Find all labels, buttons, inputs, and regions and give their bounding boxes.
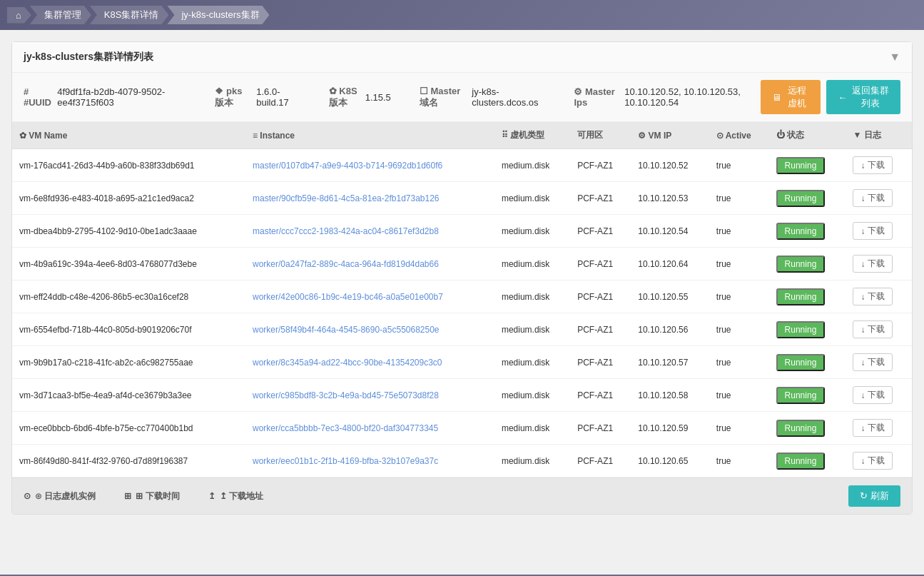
cell-instance[interactable]: worker/0a247fa2-889c-4aca-964a-fd819d4da… — [245, 248, 494, 281]
cell-vm-type: medium.disk — [494, 445, 570, 478]
cell-az: PCF-AZ1 — [570, 379, 631, 412]
footer-bar: ⊙ ⊙ 日志虚机实例 ⊞ ⊞ 下载时间 ↥ ↥ 下载地址 ↻ 刷新 — [12, 478, 912, 514]
cell-vm-name: vm-dbea4bb9-2795-4102-9d10-0be1adc3aaae — [12, 215, 245, 248]
cell-instance[interactable]: master/0107db47-a9e9-4403-b714-9692db1d6… — [245, 149, 494, 182]
table-row: vm-86f49d80-841f-4f32-9760-d7d89f196387 … — [12, 445, 912, 478]
cell-instance[interactable]: worker/42e00c86-1b9c-4e19-bc46-a0a5e01e0… — [245, 281, 494, 313]
cell-active: true — [709, 346, 769, 379]
cell-log: ↓ 下载 — [846, 281, 912, 313]
cell-instance[interactable]: worker/eec01b1c-2f1b-4169-bfba-32b107e9a… — [245, 445, 494, 478]
table-row: vm-4b9a619c-394a-4ee6-8d03-4768077d3ebe … — [12, 248, 912, 281]
cell-instance[interactable]: worker/58f49b4f-464a-4545-8690-a5c550682… — [245, 313, 494, 346]
uuid-value: 4f9df1fa-b2db-4079-9502-ee4f3715f603 — [57, 86, 186, 108]
cell-log: ↓ 下载 — [846, 412, 912, 445]
cell-vm-ip: 10.10.120.56 — [631, 313, 709, 346]
col-header-status: ⏻ 状态 — [769, 122, 846, 149]
cell-log: ↓ 下载 — [846, 149, 912, 182]
cell-log: ↓ 下载 — [846, 346, 912, 379]
breadcrumb-home[interactable]: ⌂ — [7, 7, 31, 24]
breadcrumb-cluster-mgmt[interactable]: 集群管理 — [30, 6, 91, 24]
panel-collapse-icon[interactable]: ▼ — [889, 51, 900, 64]
download-log-button[interactable]: ↓ 下载 — [853, 452, 893, 470]
download-log-button[interactable]: ↓ 下载 — [853, 189, 893, 207]
download-icon: ↓ — [860, 259, 865, 269]
download-log-button[interactable]: ↓ 下载 — [853, 386, 893, 404]
k8s-value: 1.15.5 — [365, 92, 391, 103]
table-body: vm-176acd41-26d3-44b9-a60b-838f33db69d1 … — [12, 149, 912, 478]
cell-vm-name: vm-eff24ddb-c48e-4206-86b5-ec30a16cef28 — [12, 281, 245, 313]
main-content: jy-k8s-clusters集群详情列表 ▼ # #UUID 4f9df1fa… — [0, 30, 924, 575]
cell-az: PCF-AZ1 — [570, 445, 631, 478]
table-row: vm-dbea4bb9-2795-4102-9d10-0be1adc3aaae … — [12, 215, 912, 248]
remote-vm-button[interactable]: 🖥 远程虚机 — [761, 80, 821, 114]
master-ips-col: ⚙ Master Ips 10.10.120.52, 10.10.120.53,… — [574, 86, 760, 108]
cell-az: PCF-AZ1 — [570, 412, 631, 445]
cluster-info-toolbar: # #UUID 4f9df1fa-b2db-4079-9502-ee4f3715… — [12, 73, 912, 122]
breadcrumb-jy-clusters[interactable]: jy-k8s-clusters集群 — [167, 6, 269, 24]
table-row: vm-3d71caa3-bf5e-4ea9-af4d-ce3679b3a3ee … — [12, 379, 912, 412]
cell-log: ↓ 下载 — [846, 248, 912, 281]
cell-log: ↓ 下载 — [846, 379, 912, 412]
vm-table-wrapper: ✿ VM Name ≡ Instance ⠿ 虚机类型 可用区 ⚙ VM IP … — [12, 122, 912, 478]
pks-label: ❖ pks版本 — [215, 86, 250, 109]
download-icon: ↓ — [860, 161, 865, 171]
main-panel: jy-k8s-clusters集群详情列表 ▼ # #UUID 4f9df1fa… — [11, 41, 913, 515]
cell-status: Running — [769, 379, 846, 412]
cell-vm-name: vm-176acd41-26d3-44b9-a60b-838f33db69d1 — [12, 149, 245, 182]
pks-value: 1.6.0-build.17 — [256, 86, 300, 108]
breadcrumb-k8s-info[interactable]: K8S集群详情 — [90, 6, 169, 24]
cell-vm-ip: 10.10.120.54 — [631, 215, 709, 248]
col-header-vm-type: ⠿ 虚机类型 — [494, 122, 570, 149]
cell-az: PCF-AZ1 — [570, 215, 631, 248]
cell-log: ↓ 下载 — [846, 215, 912, 248]
download-log-button[interactable]: ↓ 下载 — [853, 419, 893, 437]
download-addr-icon: ↥ — [208, 491, 215, 501]
status-running-badge: Running — [776, 190, 826, 207]
download-icon: ↓ — [860, 456, 865, 466]
cell-vm-name: vm-86f49d80-841f-4f32-9760-d7d89f196387 — [12, 445, 245, 478]
pks-col: ❖ pks版本 1.6.0-build.17 — [215, 86, 300, 109]
download-log-button[interactable]: ↓ 下载 — [853, 156, 893, 174]
log-vm-icon: ⊙ — [24, 491, 31, 501]
footer-download-time: ⊞ ⊞ 下载时间 — [124, 490, 179, 502]
cell-vm-name: vm-6554efbd-718b-44c0-805d-b9019206c70f — [12, 313, 245, 346]
cell-az: PCF-AZ1 — [570, 313, 631, 346]
cell-status: Running — [769, 281, 846, 313]
download-log-button[interactable]: ↓ 下载 — [853, 320, 893, 338]
cell-status: Running — [769, 445, 846, 478]
cell-active: true — [709, 281, 769, 313]
status-running-badge: Running — [776, 420, 826, 437]
cell-instance[interactable]: worker/c985bdf8-3c2b-4e9a-bd45-75e5073d8… — [245, 379, 494, 412]
k8s-col: ✿ K8S版本 1.15.5 — [329, 86, 391, 109]
cell-vm-type: medium.disk — [494, 412, 570, 445]
cell-active: true — [709, 379, 769, 412]
download-log-button[interactable]: ↓ 下载 — [853, 288, 893, 305]
cell-active: true — [709, 313, 769, 346]
refresh-button[interactable]: ↻ 刷新 — [848, 485, 900, 507]
back-list-button[interactable]: ← 返回集群列表 — [826, 80, 900, 114]
download-icon: ↓ — [860, 292, 865, 302]
cell-status: Running — [769, 346, 846, 379]
download-log-button[interactable]: ↓ 下载 — [853, 353, 893, 371]
cell-active: true — [709, 248, 769, 281]
download-log-button[interactable]: ↓ 下载 — [853, 222, 893, 240]
footer-download-addr: ↥ ↥ 下载地址 — [208, 490, 263, 502]
cell-instance[interactable]: master/90cfb59e-8d61-4c5a-81ea-2fb1d73ab… — [245, 182, 494, 215]
footer-left: ⊙ ⊙ 日志虚机实例 ⊞ ⊞ 下载时间 ↥ ↥ 下载地址 — [24, 490, 263, 502]
table-row: vm-6e8fd936-e483-4018-a695-a21c1ed9aca2 … — [12, 182, 912, 215]
cell-vm-ip: 10.10.120.55 — [631, 281, 709, 313]
cell-instance[interactable]: master/ccc7ccc2-1983-424a-ac04-c8617ef3d… — [245, 215, 494, 248]
col-header-az: 可用区 — [570, 122, 631, 149]
cell-vm-ip: 10.10.120.58 — [631, 379, 709, 412]
master-domain-value: jy-k8s-clusters.dcos.os — [472, 86, 545, 108]
cell-vm-type: medium.disk — [494, 248, 570, 281]
cell-vm-name: vm-6e8fd936-e483-4018-a695-a21c1ed9aca2 — [12, 182, 245, 215]
cell-instance[interactable]: worker/8c345a94-ad22-4bcc-90be-41354209c… — [245, 346, 494, 379]
status-running-badge: Running — [776, 288, 826, 305]
col-header-vm-name: ✿ VM Name — [12, 122, 245, 149]
panel-header: jy-k8s-clusters集群详情列表 ▼ — [12, 42, 912, 73]
master-domain-col: ☐ Master域名 jy-k8s-clusters.dcos.os — [420, 86, 546, 109]
download-log-button[interactable]: ↓ 下载 — [853, 255, 893, 273]
uuid-col: # #UUID 4f9df1fa-b2db-4079-9502-ee4f3715… — [24, 86, 186, 108]
cell-instance[interactable]: worker/cca5bbbb-7ec3-4800-bf20-daf304773… — [245, 412, 494, 445]
